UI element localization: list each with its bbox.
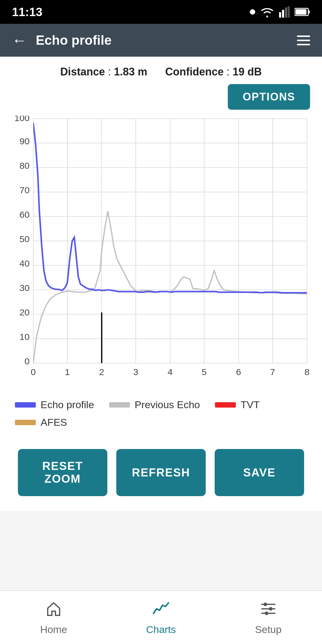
save-button[interactable]: SAVE [215,449,304,496]
main-content: Distance : 1.83 m Confidence : 19 dB OPT… [0,57,322,511]
chart-legend: Echo profile Previous Echo TVT AFES [9,393,313,434]
svg-rect-2 [285,7,287,18]
svg-rect-5 [308,10,310,13]
menu-icon-line1 [297,35,310,37]
charts-label: Charts [146,624,176,635]
svg-rect-1 [282,10,284,18]
status-time: 11:13 [12,5,42,19]
svg-text:5: 5 [202,367,207,377]
nav-item-charts[interactable]: Charts [107,600,215,635]
action-buttons-row: RESET ZOOM REFRESH SAVE [9,443,313,505]
menu-button[interactable] [297,35,310,45]
options-button-container: OPTIONS [9,84,313,110]
bottom-navigation: Home Charts Setup [0,590,322,644]
menu-icon-line3 [297,44,310,45]
status-icons [250,6,310,18]
svg-text:0: 0 [24,356,30,366]
home-label: Home [40,624,67,635]
svg-text:60: 60 [19,210,30,219]
charts-icon [152,600,170,621]
svg-point-54 [265,612,268,615]
echo-profile-chart: 0 10 20 30 40 50 60 70 80 90 100 0 1 2 3… [9,116,313,384]
setup-label: Setup [255,624,282,635]
legend-tvt-label: TVT [241,399,260,411]
legend-previous-echo-label: Previous Echo [135,399,200,411]
svg-text:40: 40 [19,258,30,268]
svg-text:1: 1 [65,367,70,377]
svg-text:70: 70 [19,185,30,195]
svg-text:7: 7 [270,367,275,377]
setup-icon [259,600,277,621]
svg-text:2: 2 [99,367,104,377]
svg-point-53 [269,607,273,611]
menu-icon-line2 [297,40,310,41]
chart-container: 0 10 20 30 40 50 60 70 80 90 100 0 1 2 3… [9,116,313,384]
options-button[interactable]: OPTIONS [228,84,310,110]
legend-afes: AFES [15,417,67,428]
signal-icon [279,6,290,18]
svg-point-52 [264,603,267,606]
legend-previous-echo: Previous Echo [109,399,200,411]
svg-text:0: 0 [31,367,36,377]
legend-tvt: TVT [215,399,260,411]
svg-text:100: 100 [14,116,30,123]
battery-icon [295,7,310,16]
distance-info: Distance : 1.83 m [60,66,147,78]
svg-text:8: 8 [304,367,309,377]
status-bar: 11:13 [0,0,322,24]
wifi-icon [260,6,274,18]
legend-echo-profile: Echo profile [15,399,94,411]
legend-echo-profile-label: Echo profile [41,399,94,411]
svg-text:50: 50 [19,234,30,244]
nav-item-setup[interactable]: Setup [215,600,322,635]
svg-text:3: 3 [133,367,138,377]
chart-info-row: Distance : 1.83 m Confidence : 19 dB [9,66,313,78]
notification-dot [250,9,255,15]
back-button[interactable]: ← [12,32,27,49]
app-header: ← Echo profile [0,24,322,57]
svg-rect-0 [279,12,281,18]
reset-zoom-button[interactable]: RESET ZOOM [18,449,107,496]
svg-text:10: 10 [19,332,30,342]
refresh-button[interactable]: REFRESH [116,449,206,496]
legend-afes-label: AFES [41,417,67,428]
page-title: Echo profile [36,33,297,48]
svg-text:6: 6 [236,367,241,377]
svg-rect-3 [288,6,290,18]
svg-text:80: 80 [19,161,30,171]
legend-previous-echo-color [109,402,130,408]
svg-text:30: 30 [19,283,30,293]
svg-text:90: 90 [19,136,30,146]
svg-text:20: 20 [19,307,30,317]
nav-item-home[interactable]: Home [0,600,107,635]
legend-echo-profile-color [15,402,36,408]
svg-rect-6 [295,9,306,15]
legend-tvt-color [215,402,236,408]
legend-afes-color [15,420,36,425]
home-icon [45,600,63,621]
confidence-info: Confidence : 19 dB [165,66,262,78]
svg-text:4: 4 [168,367,173,377]
